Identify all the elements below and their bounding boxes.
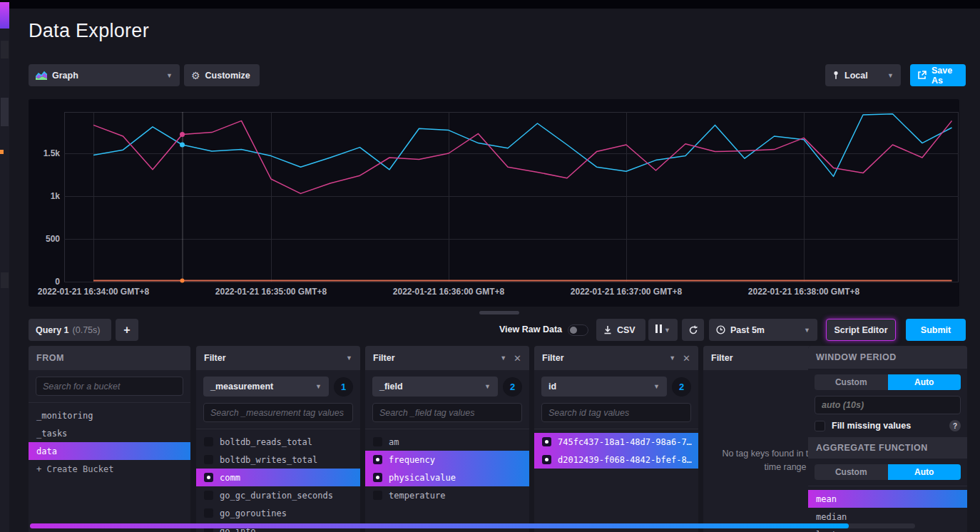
bucket-search-input[interactable] bbox=[36, 377, 183, 396]
bucket-item[interactable]: _tasks bbox=[29, 424, 190, 442]
checkbox[interactable] bbox=[542, 437, 551, 446]
close-icon[interactable]: ✕ bbox=[514, 353, 521, 364]
help-icon[interactable]: ? bbox=[949, 420, 961, 431]
checkbox[interactable] bbox=[373, 473, 382, 482]
tag-value-row-label: frequency bbox=[389, 455, 435, 465]
tag-key-dropdown[interactable]: _field▼ bbox=[372, 377, 498, 397]
filter-title: Filter bbox=[711, 353, 733, 363]
checkbox[interactable] bbox=[204, 455, 213, 464]
bucket-item[interactable]: + Create Bucket bbox=[29, 460, 190, 478]
filter-panel-_field: Filter▼✕_field▼2amfrequencyphysicalvalue… bbox=[365, 346, 529, 532]
save-as-button[interactable]: Save As bbox=[910, 64, 966, 86]
tag-value-row[interactable]: frequency bbox=[365, 451, 529, 469]
from-panel: FROM _monitoring_tasksdata+ Create Bucke… bbox=[29, 346, 190, 532]
tag-key-dropdown[interactable]: _measurement▼ bbox=[203, 377, 329, 397]
tag-value-row[interactable]: d2012439-f068-4842-bfef-8… bbox=[534, 451, 698, 469]
tag-key-label: _measurement bbox=[210, 382, 273, 392]
x-tick-label: 2022-01-21 16:34:00 GMT+8 bbox=[38, 287, 149, 297]
nav-item[interactable] bbox=[1, 272, 9, 288]
csv-download-button[interactable]: CSV bbox=[596, 319, 645, 341]
tag-value-row[interactable]: physicalvalue bbox=[365, 469, 529, 486]
influxdb-logo[interactable] bbox=[0, 2, 9, 29]
checkbox[interactable] bbox=[373, 455, 382, 464]
checkbox[interactable] bbox=[373, 491, 382, 500]
tag-value-search-input[interactable] bbox=[541, 403, 691, 422]
tag-value-row[interactable]: 745fc437-18a1-48d7-98a6-7… bbox=[534, 433, 698, 451]
view-type-dropdown[interactable]: Graph ▼ bbox=[29, 64, 180, 86]
aggregate-function-row[interactable]: mean bbox=[808, 490, 967, 508]
query-tab[interactable]: Query 1 (0.75s) bbox=[29, 319, 111, 341]
aggregate-custom-button[interactable]: Custom bbox=[815, 464, 888, 480]
horizontal-scrollbar-track[interactable] bbox=[30, 523, 915, 528]
selected-count-badge: 2 bbox=[672, 377, 691, 397]
checkbox[interactable] bbox=[204, 491, 213, 500]
horizontal-scrollbar-thumb[interactable] bbox=[30, 523, 849, 528]
nav-item[interactable] bbox=[1, 41, 9, 58]
submit-button[interactable]: Submit bbox=[906, 319, 966, 341]
chevron-down-icon[interactable]: ▼ bbox=[669, 354, 675, 362]
hover-dot-physicalvalue bbox=[180, 132, 185, 137]
window-auto-button[interactable]: Auto bbox=[888, 374, 961, 390]
resize-handle[interactable] bbox=[479, 311, 519, 314]
x-tick-label: 2022-01-21 16:38:00 GMT+8 bbox=[748, 287, 859, 297]
window-period-input[interactable] bbox=[815, 396, 961, 414]
graph-chart-icon bbox=[36, 71, 47, 80]
window-period-header: WINDOW PERIOD bbox=[808, 346, 967, 369]
tag-value-row[interactable]: go_gc_duration_seconds bbox=[196, 486, 360, 504]
time-range-dropdown[interactable]: Past 5m ▼ bbox=[709, 319, 817, 341]
tag-value-search-input[interactable] bbox=[372, 403, 522, 422]
aggregate-function-row-label: last bbox=[816, 530, 837, 532]
filter-panel-header: Filter▼✕ bbox=[534, 346, 698, 370]
plot-border bbox=[65, 113, 959, 282]
tag-value-row-label: go_gc_duration_seconds bbox=[220, 491, 333, 501]
scope-dropdown[interactable]: Local ▼ bbox=[825, 64, 901, 86]
close-icon[interactable]: ✕ bbox=[683, 353, 690, 364]
fill-missing-checkbox[interactable] bbox=[815, 421, 825, 431]
checkbox[interactable] bbox=[204, 508, 213, 518]
customize-button[interactable]: ⚙ Customize bbox=[184, 64, 260, 86]
chevron-down-icon[interactable]: ▼ bbox=[346, 354, 352, 362]
export-icon bbox=[917, 71, 927, 80]
tag-value-list: boltdb_reads_totalboltdb_writes_totalcom… bbox=[196, 429, 360, 532]
view-raw-data-toggle[interactable] bbox=[568, 324, 588, 336]
tag-value-row[interactable]: am bbox=[365, 433, 529, 451]
nav-item[interactable] bbox=[1, 98, 9, 126]
from-title: FROM bbox=[36, 353, 64, 363]
bucket-item-label: _monitoring bbox=[36, 411, 93, 421]
tag-value-row[interactable]: comm bbox=[196, 469, 360, 486]
chevron-down-icon: ▼ bbox=[166, 72, 173, 79]
fill-missing-label: Fill missing values bbox=[832, 421, 911, 431]
bucket-item[interactable]: _monitoring bbox=[29, 406, 190, 424]
tag-value-search-input[interactable] bbox=[203, 403, 353, 422]
bucket-item-label: + Create Bucket bbox=[36, 464, 113, 474]
checkbox[interactable] bbox=[204, 437, 213, 446]
refresh-button[interactable] bbox=[682, 319, 704, 341]
window-custom-button[interactable]: Custom bbox=[815, 374, 888, 390]
tag-value-row[interactable]: boltdb_reads_total bbox=[196, 433, 360, 451]
nav-sidebar[interactable] bbox=[0, 9, 9, 532]
hover-dot-baseline bbox=[180, 279, 185, 283]
graph-panel[interactable]: 05001k1.5k 2022-01-21 16:34:00 GMT+82022… bbox=[29, 99, 959, 307]
checkbox[interactable] bbox=[373, 437, 382, 446]
tag-value-row[interactable]: temperature bbox=[365, 486, 529, 504]
tag-value-list: amfrequencyphysicalvaluetemperature bbox=[365, 429, 529, 504]
from-panel-header: FROM bbox=[29, 346, 190, 370]
pause-dropdown-button[interactable]: ▼ bbox=[648, 319, 678, 341]
chevron-down-icon: ▼ bbox=[804, 327, 810, 334]
selected-count-badge: 1 bbox=[334, 377, 353, 397]
add-query-button[interactable]: + bbox=[116, 319, 138, 341]
checkbox[interactable] bbox=[542, 455, 551, 464]
tag-key-dropdown[interactable]: id▼ bbox=[541, 377, 667, 397]
chevron-down-icon: ▼ bbox=[664, 327, 670, 334]
line-chart[interactable] bbox=[29, 99, 959, 307]
tag-value-row[interactable]: go_goroutines bbox=[196, 504, 360, 522]
aggregate-function-row-label: median bbox=[816, 512, 847, 522]
bucket-item-label: _tasks bbox=[36, 429, 67, 439]
chevron-down-icon[interactable]: ▼ bbox=[500, 354, 506, 362]
tag-value-row-label: comm bbox=[220, 473, 240, 483]
aggregate-auto-button[interactable]: Auto bbox=[888, 464, 961, 480]
bucket-item[interactable]: data bbox=[29, 442, 190, 460]
checkbox[interactable] bbox=[204, 473, 213, 482]
tag-value-row[interactable]: boltdb_writes_total bbox=[196, 451, 360, 469]
script-editor-button[interactable]: Script Editor bbox=[826, 319, 896, 341]
